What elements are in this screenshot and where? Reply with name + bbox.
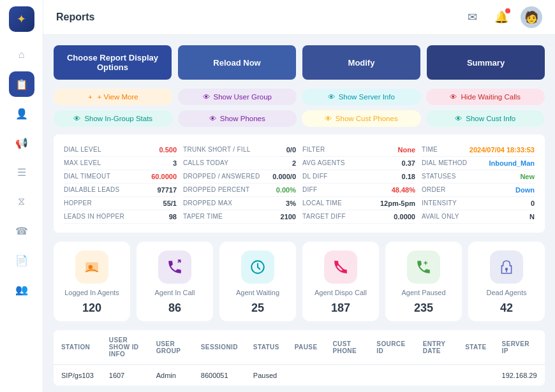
waiting-label: Agent Waiting — [236, 289, 279, 296]
dispo-card: Agent Dispo Call 187 — [302, 242, 379, 321]
dispo-label: Agent Dispo Call — [314, 289, 367, 296]
main-area: Reports ✉ 🔔 🧑 Choose Report Display Opti… — [43, 0, 555, 392]
stat-intensity: INTENSITY 0 — [422, 197, 535, 210]
cell-entry-date — [415, 365, 457, 386]
reload-button[interactable]: Reload Now — [178, 45, 296, 80]
bell-icon[interactable]: 🔔 — [491, 7, 512, 27]
svg-rect-1 — [89, 265, 93, 270]
stat-leads-in-hopper: LEADS IN HOPPER 98 — [64, 210, 177, 224]
sidebar-item-lists[interactable]: ☰ — [9, 159, 34, 185]
table-body: SIP/gs103 1607 Admin 8600051 Paused 192.… — [54, 365, 545, 386]
header: Reports ✉ 🔔 🧑 — [43, 0, 555, 35]
stat-local-time: LOCAL TIME 12pm-5pm — [302, 197, 415, 210]
stat-hopper: HOPPER 55/1 — [64, 197, 177, 210]
sidebar-item-campaigns[interactable]: 📢 — [9, 130, 34, 156]
in-call-label: Agent In Call — [155, 289, 195, 296]
stats-col-3: FILTER None AVG AGENTS 0.37 DL DIFF 0.18… — [302, 143, 415, 224]
cell-cust-phone — [325, 365, 369, 386]
paused-card: Agent Paused 235 — [385, 242, 462, 321]
cell-server-ip: 192.168.29 — [494, 365, 545, 386]
waiting-card: Agent Waiting 25 — [219, 242, 296, 321]
sidebar-item-filters[interactable]: ⧖ — [9, 189, 34, 214]
eye-icon-custphones: 👁 — [325, 115, 332, 122]
show-server-info-pill[interactable]: 👁 Show Server Info — [302, 89, 421, 105]
col-source-id: SOURCE ID — [369, 330, 415, 365]
logo-icon: ✦ — [17, 12, 26, 26]
action-buttons-row: Choose Report Display Options Reload Now… — [54, 45, 545, 80]
paused-count: 235 — [414, 301, 433, 315]
stat-dropped-percent: DROPPED PERCENT 0.00% — [183, 184, 296, 197]
stats-col-4: TIME 2024/07/04 18:33:53 DIAL METHOD Inb… — [422, 143, 535, 224]
in-call-count: 86 — [168, 301, 181, 315]
show-cust-info-pill[interactable]: 👁 Show Cust Info — [426, 110, 545, 127]
plus-icon: + — [88, 93, 93, 101]
show-user-group-pill[interactable]: 👁 Show User Group — [178, 89, 297, 105]
col-cust-phone: CUST PHONE — [325, 330, 369, 365]
stat-calls-today: CALLS TODAY 2 — [183, 157, 296, 170]
logged-in-label: Logged In Agents — [64, 289, 119, 296]
paused-label: Agent Paused — [401, 289, 445, 296]
modify-button[interactable]: Modify — [302, 45, 420, 80]
content-area: Choose Report Display Options Reload Now… — [43, 35, 555, 392]
mail-icon[interactable]: ✉ — [462, 7, 482, 27]
cell-session: 8600051 — [193, 365, 246, 386]
stats-col-1: DIAL LEVEL 0.500 MAX LEVEL 3 DIAL TIMEOU… — [64, 143, 177, 224]
sidebar-item-reports[interactable]: 📋 — [9, 71, 34, 97]
sidebar-item-home[interactable]: ⌂ — [9, 42, 34, 68]
hide-waiting-calls-pill[interactable]: 👁 Hide Waiting Calls — [426, 89, 545, 105]
stat-trunk: TRUNK SHORT / FILL 0/0 — [183, 143, 296, 157]
sidebar-item-users[interactable]: 👤 — [9, 101, 34, 126]
sidebar-item-scripts[interactable]: 📄 — [9, 247, 34, 273]
stat-dialable-leads: DIALABLE LEADS 97717 — [64, 184, 177, 197]
cell-pause — [287, 365, 325, 386]
stats-section: DIAL LEVEL 0.500 MAX LEVEL 3 DIAL TIMEOU… — [54, 134, 545, 233]
stat-dial-level: DIAL LEVEL 0.500 — [64, 143, 177, 157]
stat-dial-method: DIAL METHOD Inbound_Man — [422, 157, 535, 170]
dead-count: 42 — [500, 301, 513, 315]
stat-statuses: STATUSES New — [422, 170, 535, 184]
sidebar-item-phone[interactable]: ☎ — [9, 218, 34, 243]
show-in-group-stats-pill[interactable]: 👁 Show In-Group Stats — [54, 110, 173, 127]
choose-report-button[interactable]: Choose Report Display Options — [54, 45, 172, 80]
in-call-icon — [158, 250, 191, 284]
stat-dropped-answered: DROPPED / ANSWERED 0.000/0 — [183, 170, 296, 184]
cell-station: SIP/gs103 — [54, 365, 101, 386]
eye-icon-custinfo: 👁 — [455, 115, 463, 122]
cell-user-show: 1607 — [101, 365, 149, 386]
stat-dropped-max: DROPPED MAX 3% — [183, 197, 296, 210]
stat-avail-only: AVAIL ONLY N — [422, 210, 535, 224]
cell-source-id — [369, 365, 415, 386]
sidebar-item-teams[interactable]: 👥 — [9, 277, 34, 302]
avatar[interactable]: 🧑 — [521, 6, 542, 28]
stat-dial-timeout: DIAL TIMEOUT 60.0000 — [64, 170, 177, 184]
data-table-wrapper: STATION USER SHOW ID INFO USER GROUP SES… — [54, 330, 545, 386]
data-table: STATION USER SHOW ID INFO USER GROUP SES… — [54, 330, 545, 386]
agent-cards-row: Logged In Agents 120 Agent In Call 86 Ag… — [54, 242, 545, 321]
eye-icon: 👁 — [203, 93, 211, 101]
stat-avg-agents: AVG AGENTS 0.37 — [302, 157, 415, 170]
stat-taper-time: TAPER TIME 2100 — [183, 210, 296, 224]
stat-order: ORDER Down — [422, 184, 535, 197]
paused-icon — [407, 250, 440, 284]
col-pause: PAUSE — [287, 330, 325, 365]
cell-user-group: Admin — [149, 365, 193, 386]
logged-in-card: Logged In Agents 120 — [54, 242, 130, 321]
col-session: SESSIONID — [193, 330, 246, 365]
col-user-show: USER SHOW ID INFO — [101, 330, 149, 365]
view-more-pill[interactable]: + + View More — [54, 89, 173, 105]
col-entry-date: ENTRY DATE — [415, 330, 457, 365]
show-phones-pill[interactable]: 👁 Show Phones — [178, 110, 297, 127]
col-user-group: USER GROUP — [149, 330, 193, 365]
table-header: STATION USER SHOW ID INFO USER GROUP SES… — [54, 330, 545, 365]
show-cust-phones-pill[interactable]: 👁 Show Cust Phones — [302, 110, 421, 127]
eye-icon-waiting: 👁 — [450, 93, 457, 101]
summary-button[interactable]: Summary — [427, 45, 545, 80]
dead-icon — [490, 250, 523, 284]
in-call-card: Agent In Call 86 — [137, 242, 213, 321]
eye-icon-phones: 👁 — [209, 115, 217, 122]
header-actions: ✉ 🔔 🧑 — [462, 6, 542, 28]
stat-time: TIME 2024/07/04 18:33:53 — [422, 143, 535, 157]
col-server-ip: SERVER IP — [494, 330, 545, 365]
dispo-count: 187 — [331, 301, 350, 315]
logged-in-count: 120 — [82, 301, 101, 315]
